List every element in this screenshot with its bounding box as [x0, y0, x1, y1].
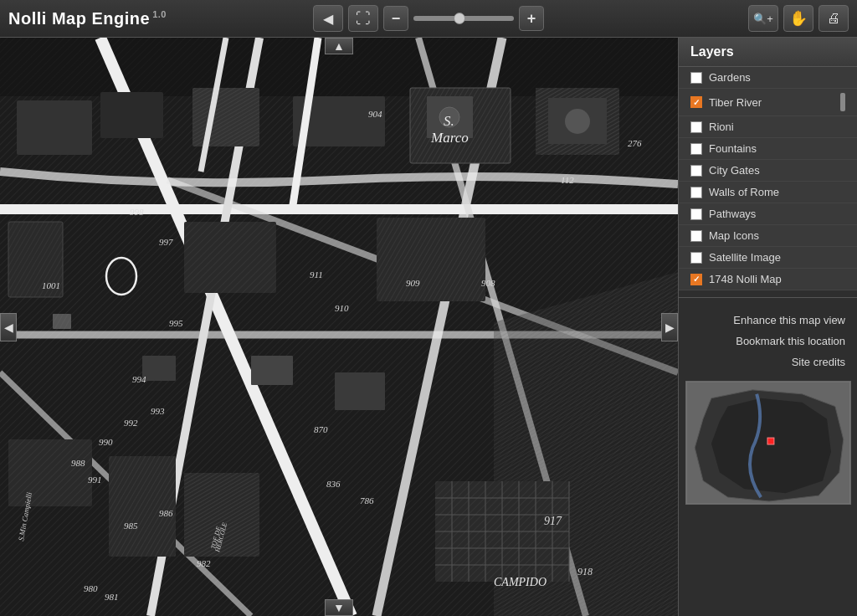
print-button[interactable]: 🖨 — [819, 5, 849, 32]
actions-section: Enhance this map view Bookmark this loca… — [679, 305, 857, 377]
svg-text:911: 911 — [310, 270, 323, 280]
svg-text:917: 917 — [544, 515, 562, 527]
layer-label-map-icons: Map Icons — [709, 229, 845, 242]
layer-label-city-gates: City Gates — [709, 164, 845, 177]
layer-item-satellite-image[interactable]: Satellite Image — [679, 247, 857, 269]
svg-text:988: 988 — [71, 458, 85, 468]
svg-point-17 — [565, 109, 590, 134]
svg-text:870: 870 — [314, 424, 328, 434]
svg-text:997: 997 — [159, 237, 173, 247]
app-title-text: Nolli Map Engine — [8, 9, 150, 28]
nav-top-arrow[interactable]: ▲ — [325, 38, 353, 54]
layer-item-rioni[interactable]: Rioni — [679, 116, 857, 138]
layer-checkbox-map-icons[interactable] — [690, 230, 702, 242]
svg-text:910: 910 — [335, 303, 349, 313]
svg-rect-86 — [767, 438, 774, 444]
layer-item-tiber-river[interactable]: Tiber River — [679, 89, 857, 116]
layer-label-gardens: Gardens — [709, 71, 845, 84]
svg-text:998: 998 — [130, 207, 144, 217]
layer-item-pathways[interactable]: Pathways — [679, 203, 857, 225]
svg-rect-24 — [377, 218, 485, 301]
svg-text:980: 980 — [84, 583, 98, 593]
layer-label-satellite-image: Satellite Image — [709, 251, 845, 264]
layer-item-gardens[interactable]: Gardens — [679, 67, 857, 89]
svg-text:986: 986 — [159, 508, 173, 518]
layer-checkbox-satellite-image[interactable] — [690, 252, 702, 264]
svg-rect-51 — [53, 314, 71, 329]
layer-label-nolli-map: 1748 Nolli Map — [709, 273, 845, 285]
nav-bottom-arrow[interactable]: ▼ — [325, 599, 353, 616]
zoom-slider[interactable] — [413, 16, 514, 21]
svg-text:995: 995 — [169, 318, 183, 328]
svg-rect-22 — [184, 222, 276, 293]
svg-text:982: 982 — [197, 558, 211, 568]
svg-text:786: 786 — [360, 495, 374, 506]
svg-text:1001: 1001 — [42, 280, 60, 290]
zoom-in-button[interactable]: 🔍+ — [748, 5, 778, 32]
header: Nolli Map Engine1.0 ◀ ⛶ − + 🔍+ ✋ 🖨 — [0, 0, 857, 38]
layer-checkbox-nolli-map[interactable] — [690, 274, 702, 285]
svg-text:836: 836 — [326, 479, 341, 489]
map-area[interactable]: ◀ ▶ ▲ ▼ — [0, 38, 678, 616]
app-title: Nolli Map Engine1.0 — [8, 9, 167, 28]
layer-label-fountains: Fountains — [709, 142, 845, 155]
back-button[interactable]: ◀ — [313, 5, 343, 32]
svg-text:985: 985 — [124, 521, 138, 531]
main-content: ◀ ▶ ▲ ▼ — [0, 38, 857, 616]
layer-item-nolli-map[interactable]: 1748 Nolli Map — [679, 269, 857, 290]
layer-checkbox-pathways[interactable] — [690, 208, 702, 220]
layer-checkbox-fountains[interactable] — [690, 143, 702, 155]
svg-rect-26 — [8, 439, 92, 506]
layer-opacity-tiber-river[interactable] — [840, 93, 845, 111]
nav-right-arrow[interactable]: ▶ — [661, 313, 678, 341]
layers-list: GardensTiber RiverRioniFountainsCity Gat… — [679, 67, 857, 290]
svg-text:993: 993 — [151, 406, 165, 416]
app-version: 1.0 — [152, 9, 167, 19]
toolbar-center: ◀ ⛶ − + — [313, 5, 544, 32]
bookmark-link[interactable]: Bookmark this location — [690, 332, 845, 350]
svg-text:908: 908 — [481, 278, 495, 288]
layer-label-rioni: Rioni — [709, 121, 845, 133]
svg-text:994: 994 — [132, 374, 146, 384]
layer-item-map-icons[interactable]: Map Icons — [679, 225, 857, 247]
svg-text:991: 991 — [88, 475, 102, 485]
layer-label-tiber-river: Tiber River — [709, 96, 834, 109]
svg-text:CAMPIDO: CAMPIDO — [494, 576, 547, 588]
zoom-plus-button[interactable]: + — [519, 6, 544, 31]
panel-divider — [679, 297, 857, 298]
svg-text:112: 112 — [561, 175, 574, 185]
svg-text:909: 909 — [406, 278, 420, 288]
svg-rect-47 — [142, 356, 176, 381]
layer-label-pathways: Pathways — [709, 208, 845, 220]
svg-text:S.: S. — [444, 113, 454, 129]
layer-checkbox-city-gates[interactable] — [690, 165, 702, 177]
credits-link[interactable]: Site credits — [690, 353, 845, 371]
layers-header: Layers — [679, 38, 857, 67]
hand-tool-button[interactable]: ✋ — [783, 5, 813, 32]
svg-text:904: 904 — [368, 109, 382, 119]
svg-rect-28 — [109, 456, 176, 557]
svg-rect-6 — [17, 100, 92, 155]
layer-label-walls-of-rome: Walls of Rome — [709, 186, 845, 198]
nav-left-arrow[interactable]: ◀ — [0, 313, 17, 341]
svg-text:990: 990 — [99, 437, 113, 447]
fullscreen-button[interactable]: ⛶ — [348, 5, 378, 32]
zoom-minus-button[interactable]: − — [383, 6, 408, 31]
layer-checkbox-walls-of-rome[interactable] — [690, 187, 702, 198]
layer-item-city-gates[interactable]: City Gates — [679, 160, 857, 182]
enhance-link[interactable]: Enhance this map view — [690, 311, 845, 329]
mini-map-canvas — [686, 382, 850, 504]
svg-rect-9 — [192, 88, 259, 146]
map-canvas: S. Marco CAMPIDO 904 276 998 997 1001 99… — [0, 38, 678, 616]
svg-text:Marco: Marco — [430, 130, 469, 146]
layer-checkbox-tiber-river[interactable] — [690, 96, 702, 108]
svg-text:918: 918 — [577, 566, 593, 578]
layer-item-walls-of-rome[interactable]: Walls of Rome — [679, 182, 857, 203]
layer-item-fountains[interactable]: Fountains — [679, 138, 857, 160]
layers-section: Layers GardensTiber RiverRioniFountainsC… — [679, 38, 857, 290]
mini-map[interactable] — [685, 381, 851, 505]
layer-checkbox-gardens[interactable] — [690, 72, 702, 84]
svg-rect-46 — [251, 356, 293, 385]
layer-checkbox-rioni[interactable] — [690, 121, 702, 133]
svg-rect-48 — [335, 372, 385, 410]
